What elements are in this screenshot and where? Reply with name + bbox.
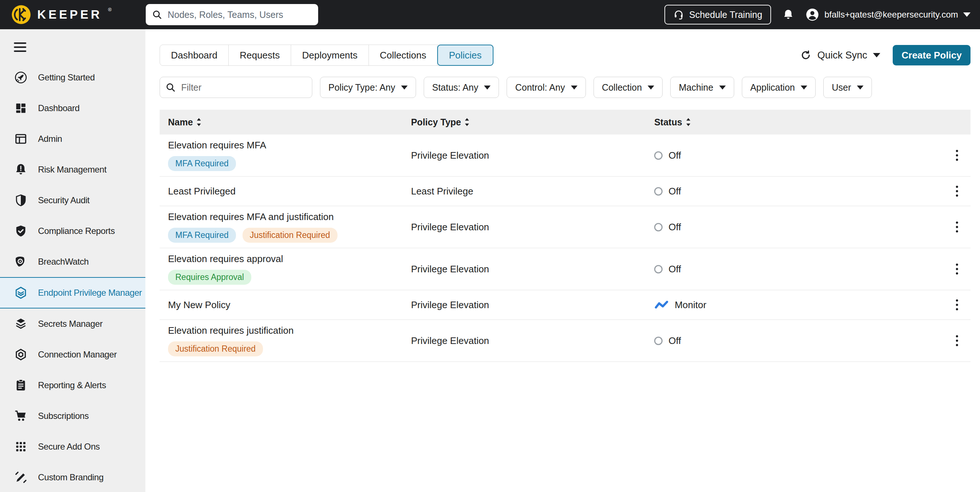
schedule-training-label: Schedule Training (689, 10, 762, 20)
tab-deployments[interactable]: Deployments (291, 45, 369, 65)
policy-name: Least Privileged (168, 186, 411, 197)
row-actions-kebab-icon[interactable] (954, 333, 960, 348)
sidebar: Getting StartedDashboardAdminRisk Manage… (0, 29, 145, 492)
policy-name: Elevation requires MFA and justification (168, 211, 411, 223)
brand-registered-mark: ® (108, 5, 112, 15)
clipboard-icon (13, 378, 29, 393)
grid-dots-icon (13, 439, 29, 454)
row-actions-kebab-icon[interactable] (954, 219, 960, 235)
tab-requests[interactable]: Requests (229, 45, 291, 65)
column-header-status[interactable]: Status (654, 117, 941, 128)
keeper-logo-icon (11, 5, 32, 25)
sidebar-item-risk-management[interactable]: Risk Management (0, 154, 145, 185)
connection-hexagon-icon (13, 347, 29, 362)
column-header-label: Name (168, 117, 193, 128)
column-header-policy-type[interactable]: Policy Type (411, 117, 654, 128)
account-menu[interactable]: bfalls+qatest@keepersecurity.com (805, 8, 970, 22)
sidebar-item-subscriptions[interactable]: Subscriptions (0, 401, 145, 431)
sidebar-item-security-audit[interactable]: Security Audit (0, 185, 145, 216)
sidebar-item-secure-add-ons[interactable]: Secure Add Ons (0, 431, 145, 462)
table-row[interactable]: Elevation requires justificationJustific… (160, 320, 970, 362)
sidebar-item-dashboard[interactable]: Dashboard (0, 93, 145, 123)
column-header-name[interactable]: Name (168, 117, 411, 128)
filter-row: Policy Type: AnyStatus: AnyControl: AnyC… (160, 77, 970, 98)
row-actions-kebab-icon[interactable] (954, 261, 960, 277)
policy-type: Privilege Elevation (411, 222, 489, 232)
table-row[interactable]: Least PrivilegedLeast PrivilegeOff (160, 177, 970, 206)
badge-justification-required: Justification Required (243, 228, 337, 243)
policy-badges: MFA RequiredJustification Required (168, 228, 411, 243)
global-search (146, 4, 318, 25)
tab-bar: DashboardRequestsDeploymentsCollectionsP… (160, 45, 493, 66)
table-row[interactable]: Elevation requires approvalRequires Appr… (160, 248, 970, 290)
filter-dropdown-control-any[interactable]: Control: Any (507, 77, 585, 98)
table-row[interactable]: Elevation requires MFAMFA RequiredPrivil… (160, 134, 970, 177)
filter-dropdown-label: Application (750, 82, 795, 93)
tab-collections[interactable]: Collections (369, 45, 438, 65)
filter-dropdown-application[interactable]: Application (742, 77, 816, 98)
table-row[interactable]: My New PolicyPrivilege ElevationMonitor (160, 290, 970, 320)
epm-hexagon-icon (13, 286, 29, 300)
filter-dropdown-machine[interactable]: Machine (670, 77, 734, 98)
badge-justification-required: Justification Required (168, 342, 263, 356)
sidebar-item-connection-manager[interactable]: Connection Manager (0, 339, 145, 370)
sidebar-item-secrets-manager[interactable]: Secrets Manager (0, 308, 145, 339)
filter-dropdown-status-any[interactable]: Status: Any (424, 77, 499, 98)
sort-icon (197, 118, 201, 126)
off-circle-icon (654, 151, 663, 160)
main-content: DashboardRequestsDeploymentsCollectionsP… (145, 29, 980, 492)
tab-dashboard[interactable]: Dashboard (160, 45, 229, 65)
quick-sync-button[interactable]: Quick Sync (800, 50, 881, 61)
refresh-icon (800, 50, 811, 61)
shield-half-icon (13, 193, 29, 208)
notifications-bell-icon[interactable] (782, 8, 794, 21)
chevron-down-icon (801, 86, 807, 89)
filter-dropdown-policy-type-any[interactable]: Policy Type: Any (320, 77, 416, 98)
risk-bell-icon (13, 162, 29, 177)
hamburger-menu-icon[interactable] (14, 42, 26, 52)
keeper-logo[interactable]: KEEPER ® (11, 5, 111, 25)
row-actions-kebab-icon[interactable] (954, 184, 960, 199)
sort-icon (686, 118, 691, 126)
policy-name: Elevation requires justification (168, 325, 411, 336)
pencil-icon (13, 470, 29, 485)
sidebar-item-getting-started[interactable]: Getting Started (0, 62, 145, 93)
avatar-icon (805, 8, 819, 22)
sidebar-item-label: Subscriptions (38, 411, 89, 421)
filter-dropdown-label: Collection (602, 82, 642, 93)
filter-dropdown-user[interactable]: User (823, 77, 872, 98)
sidebar-item-reporting-alerts[interactable]: Reporting & Alerts (0, 370, 145, 401)
schedule-training-button[interactable]: Schedule Training (664, 5, 771, 24)
sidebar-item-compliance-reports[interactable]: Compliance Reports (0, 216, 145, 246)
tab-policies[interactable]: Policies (437, 45, 493, 66)
sidebar-item-admin[interactable]: Admin (0, 123, 145, 154)
row-actions-kebab-icon[interactable] (954, 148, 960, 163)
row-actions-kebab-icon[interactable] (954, 297, 960, 313)
sidebar-item-custom-branding[interactable]: Custom Branding (0, 462, 145, 492)
policy-type: Privilege Elevation (411, 150, 489, 161)
table-row[interactable]: Elevation requires MFA and justification… (160, 206, 970, 248)
policy-type: Privilege Elevation (411, 264, 489, 275)
status-label: Monitor (675, 299, 706, 311)
sidebar-item-breachwatch[interactable]: BreachWatch (0, 246, 145, 277)
sidebar-item-label: Custom Branding (38, 472, 103, 482)
filter-dropdown-collection[interactable]: Collection (593, 77, 663, 98)
sidebar-item-label: Secrets Manager (38, 319, 103, 329)
off-circle-icon (654, 337, 663, 345)
create-policy-button[interactable]: Create Policy (893, 45, 970, 65)
cart-icon (13, 409, 29, 423)
filter-input[interactable] (181, 82, 307, 93)
brand-name: KEEPER (37, 5, 102, 25)
chevron-down-icon (648, 86, 654, 89)
global-search-input[interactable] (168, 10, 312, 20)
shield-check-icon (13, 224, 29, 238)
policy-badges: MFA Required (168, 156, 411, 171)
sidebar-item-endpoint-privilege-manager[interactable]: Endpoint Privilege Manager (0, 277, 145, 308)
monitor-trend-icon (654, 300, 669, 310)
top-header: KEEPER ® Schedule Training (0, 0, 980, 29)
off-circle-icon (654, 265, 663, 273)
sidebar-item-label: Secure Add Ons (38, 442, 100, 452)
search-icon (151, 9, 162, 20)
sort-icon (465, 118, 469, 126)
policy-name: Elevation requires approval (168, 253, 411, 265)
